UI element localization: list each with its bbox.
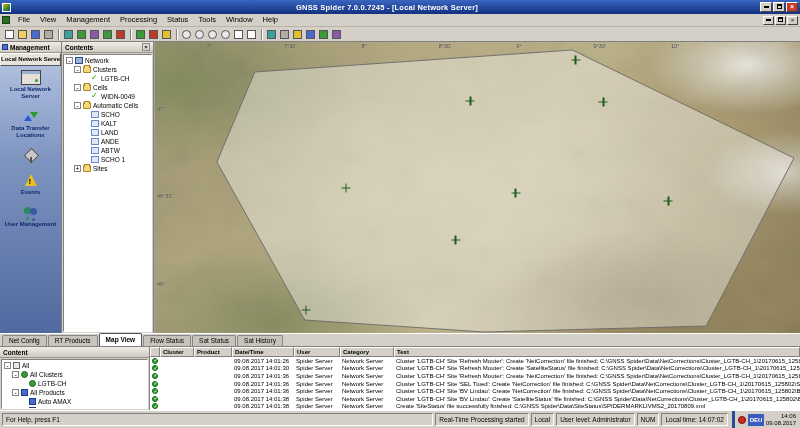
tray-alert-icon[interactable] [738,416,746,424]
menu-window[interactable]: Window [221,14,258,26]
refresh-icon[interactable] [317,28,330,41]
titlebar[interactable]: GNSS Spider 7.0.0.7245 - [Local Network … [0,0,800,14]
content-item-all-products[interactable]: -All Products [2,388,147,397]
start-processing-icon[interactable] [134,28,147,41]
content-item-lgtb-ch[interactable]: LGTB-CH [2,379,147,388]
menu-file[interactable]: File [13,14,35,26]
tree-item-cells[interactable]: -Cells [64,83,151,92]
grid-icon[interactable] [278,28,291,41]
site-marker[interactable] [571,56,580,65]
keyboard-language-badge[interactable]: DEU [748,414,764,426]
new-icon[interactable] [3,28,16,41]
sidebar-item-local-network-server[interactable]: Local Network Server [0,70,61,100]
disconnect-icon[interactable] [114,28,127,41]
tree-item-lgtb-ch[interactable]: LGTB-CH [64,74,151,83]
menu-tools[interactable]: Tools [193,14,221,26]
maximize-button[interactable] [773,2,785,12]
zoom-all-icon[interactable] [219,28,232,41]
document-system-icon[interactable] [2,16,10,24]
tab-rt-products[interactable]: RT Products [48,335,98,346]
help-icon[interactable] [330,28,343,41]
menu-view[interactable]: View [35,14,61,26]
child-minimize-button[interactable] [763,16,774,25]
site-marker[interactable] [451,235,460,244]
tree-item-land[interactable]: LAND [64,128,151,137]
settings-icon[interactable] [304,28,317,41]
tree-item-automatic-cells[interactable]: -Automatic Cells [64,101,151,110]
log-col-user[interactable]: User [294,347,340,357]
sidebar-item-positioning-products[interactable] [0,148,61,164]
sidebar-item-data-transfer-locations[interactable]: Data Transfer Locations [0,109,61,139]
child-restore-button[interactable] [775,16,786,25]
event-log-icon[interactable] [160,28,173,41]
close-button[interactable]: × [786,2,798,12]
connect-icon[interactable] [101,28,114,41]
site-marker[interactable] [664,196,673,205]
tab-sat-status[interactable]: Sat Status [192,335,236,346]
local-network-server-button[interactable]: Local Network Server [0,53,61,66]
zoom-out-icon[interactable] [193,28,206,41]
measure-icon[interactable] [291,28,304,41]
tab-flow-status[interactable]: Flow Status [143,335,191,346]
tab-net-config[interactable]: Net Config [2,335,47,346]
site-marker[interactable] [511,189,520,198]
tree-item-widn-0049[interactable]: WIDN-0049 [64,92,151,101]
tree-item-sites[interactable]: +Sites [64,164,151,173]
content-item-all[interactable]: -All [2,361,147,370]
tree-item-network[interactable]: -Network [64,56,151,65]
zoom-window-icon[interactable] [206,28,219,41]
minimize-button[interactable] [760,2,772,12]
menu-help[interactable]: Help [258,14,283,26]
log-row[interactable]: 09.08.2017 14:01:30Spider ServerNetwork … [150,365,800,373]
pan-icon[interactable] [232,28,245,41]
network-config-icon[interactable] [75,28,88,41]
map-view[interactable]: 7° 7°30' 8° 8°30' 9° 9°30' 10° 47° 46°30… [154,42,800,333]
log-col-product[interactable]: Product [194,347,232,357]
contents-close-icon[interactable]: × [142,43,150,51]
select-icon[interactable] [245,28,258,41]
print-icon[interactable] [42,28,55,41]
log-col-text[interactable]: Text [394,347,800,357]
tab-map-view[interactable]: Map View [99,333,143,346]
tree-item-scho[interactable]: SCHO [64,110,151,119]
menu-processing[interactable]: Processing [115,14,162,26]
content-item-auto-amax[interactable]: Auto AMAX [2,397,147,406]
tree-item-kalt[interactable]: KALT [64,119,151,128]
menu-management[interactable]: Management [61,14,115,26]
sidebar-item-user-management[interactable]: User Management [0,205,61,228]
tree-item-abtw[interactable]: ABTW [64,146,151,155]
status-local-time: Local time: 14:07:02 [661,413,728,426]
tab-sat-history[interactable]: Sat History [237,335,283,346]
site-marker[interactable] [301,306,310,315]
sidebar-item-events[interactable]: Events [0,173,61,196]
site-marker[interactable] [341,184,350,193]
log-col-cluster[interactable]: Cluster [160,347,194,357]
log-row[interactable]: 09.08.2017 14:01:36Spider ServerNetwork … [150,380,800,388]
open-icon[interactable] [16,28,29,41]
tree-item-ande[interactable]: ANDE [64,137,151,146]
log-row[interactable]: 09.08.2017 14:01:38Spider ServerNetwork … [150,395,800,403]
log-col-status[interactable] [150,347,160,357]
tree-item-clusters[interactable]: -Clusters [64,65,151,74]
layers-icon[interactable] [265,28,278,41]
lon-grid-label: 7° [207,43,212,49]
zoom-in-icon[interactable] [180,28,193,41]
site-marker[interactable] [466,97,475,106]
log-row[interactable]: 09.08.2017 14:01:36Spider ServerNetwork … [150,372,800,380]
tree-item-scho-1[interactable]: SCHO 1 [64,155,151,164]
log-row[interactable]: 09.08.2017 14:01:36Spider ServerNetwork … [150,387,800,395]
site-marker[interactable] [599,97,608,106]
tray-clock[interactable]: 14:06 09.08.2017 [766,413,798,427]
site-config-icon[interactable] [62,28,75,41]
rt-products-icon[interactable] [88,28,101,41]
stop-processing-icon[interactable] [147,28,160,41]
content-item-all-clusters[interactable]: -All Clusters [2,370,147,379]
log-col-category[interactable]: Category [340,347,394,357]
save-icon[interactable] [29,28,42,41]
content-item-auto-max[interactable]: Auto MAX [2,406,147,409]
log-row[interactable]: 09.08.2017 14:01:26Spider ServerNetwork … [150,357,800,365]
child-close-button[interactable]: × [787,16,798,25]
log-row[interactable]: 09.08.2017 14:01:38Spider ServerNetwork … [150,403,800,410]
log-col-datetime[interactable]: Date/Time [232,347,294,357]
menu-status[interactable]: Status [162,14,193,26]
